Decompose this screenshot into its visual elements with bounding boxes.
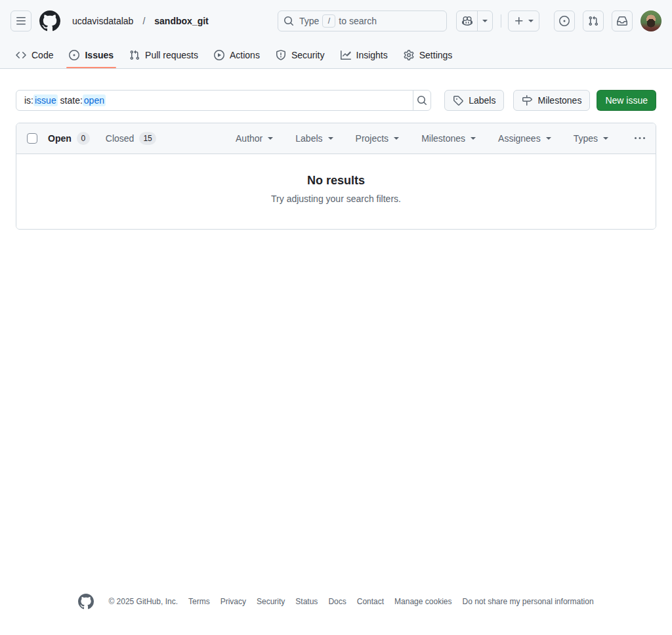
issues-filter-bar: is:issue state:open Labels Milesto <box>16 90 656 111</box>
chevron-down-icon <box>482 20 488 22</box>
chevron-down-icon <box>394 137 399 140</box>
git-pull-request-icon <box>588 16 598 26</box>
tab-label: Security <box>291 50 325 60</box>
slash-key-hint: / <box>322 14 335 28</box>
pull-requests-dashboard-button[interactable] <box>583 10 604 31</box>
header-divider <box>501 14 501 28</box>
issues-search-submit-button[interactable] <box>413 90 431 111</box>
assignees-filter-dropdown[interactable]: Assignees <box>498 133 551 144</box>
inbox-icon <box>617 16 627 26</box>
labels-button[interactable]: Labels <box>444 90 504 111</box>
new-issue-button-label: New issue <box>605 95 648 106</box>
footer-links-row: © 2025 GitHub, Inc. Terms Privacy Securi… <box>0 594 672 609</box>
copilot-icon <box>462 16 472 26</box>
breadcrumb: ucdavisdatalab / sandbox_git <box>68 13 213 29</box>
code-icon <box>16 50 26 60</box>
issue-opened-icon <box>69 50 79 60</box>
author-filter-dropdown[interactable]: Author <box>236 133 273 144</box>
tag-icon <box>453 95 463 106</box>
types-filter-dropdown[interactable]: Types <box>574 133 608 144</box>
github-footer-logo[interactable] <box>78 594 94 609</box>
footer-link-do-not-share[interactable]: Do not share my personal information <box>462 597 593 606</box>
labels-button-label: Labels <box>469 95 495 106</box>
tab-label: Code <box>32 50 53 60</box>
header-icons <box>554 10 662 31</box>
select-all-checkbox[interactable] <box>27 133 37 144</box>
chevron-down-icon <box>328 137 333 140</box>
milestones-button-label: Milestones <box>537 95 581 106</box>
footer-link-terms[interactable]: Terms <box>188 597 210 606</box>
chevron-down-icon <box>603 137 608 140</box>
open-label: Open <box>48 133 72 144</box>
footer-link-manage-cookies[interactable]: Manage cookies <box>394 597 452 606</box>
footer-link-security[interactable]: Security <box>257 597 285 606</box>
list-filter-dropdowns: Author Labels Projects Milestones Assign… <box>236 133 645 144</box>
search-icon <box>284 16 294 26</box>
chevron-down-icon <box>528 20 534 22</box>
issue-opened-icon <box>559 16 570 26</box>
page-footer: © 2025 GitHub, Inc. Terms Privacy Securi… <box>0 594 672 635</box>
labels-filter-dropdown[interactable]: Labels <box>295 133 333 144</box>
chevron-down-icon <box>268 137 273 140</box>
tab-security[interactable]: Security <box>270 42 330 68</box>
copilot-split-button <box>456 10 493 31</box>
play-icon <box>214 50 224 60</box>
tab-code[interactable]: Code <box>10 42 58 68</box>
global-search-input[interactable]: Type / to search <box>278 10 447 31</box>
open-issues-filter[interactable]: Open 0 <box>48 132 90 145</box>
breadcrumb-separator: / <box>142 16 145 26</box>
chevron-down-icon <box>471 137 476 140</box>
plus-icon <box>514 16 524 26</box>
open-count-badge: 0 <box>77 132 90 145</box>
copilot-dropdown-button[interactable] <box>478 11 492 31</box>
github-logo[interactable] <box>39 10 60 31</box>
projects-filter-dropdown[interactable]: Projects <box>356 133 400 144</box>
three-bars-icon <box>16 16 26 26</box>
closed-issues-filter[interactable]: Closed 15 <box>106 132 156 145</box>
milestones-button[interactable]: Milestones <box>513 90 590 111</box>
tab-settings[interactable]: Settings <box>398 42 458 68</box>
kebab-horizontal-icon <box>635 133 645 144</box>
search-placeholder: Type / to search <box>299 14 377 28</box>
closed-count-badge: 15 <box>139 132 156 145</box>
user-avatar[interactable] <box>640 10 662 31</box>
tab-issues[interactable]: Issues <box>64 42 119 68</box>
issues-dashboard-button[interactable] <box>554 10 575 31</box>
breadcrumb-repo[interactable]: sandbox_git <box>150 13 212 29</box>
search-icon <box>417 95 427 106</box>
gear-icon <box>404 50 414 60</box>
query-token-highlighted: issue <box>33 94 58 106</box>
repo-tab-nav: Code Issues Pull requests Actions Securi… <box>0 42 672 69</box>
tab-label: Pull requests <box>145 50 198 60</box>
milestone-icon <box>522 95 532 106</box>
footer-link-privacy[interactable]: Privacy <box>220 597 246 606</box>
empty-state: No results Try adjusting your search fil… <box>16 154 656 229</box>
inbox-button[interactable] <box>612 10 633 31</box>
hamburger-menu-button[interactable] <box>10 10 32 31</box>
git-pull-request-icon <box>129 50 140 60</box>
more-options-button[interactable] <box>635 133 645 144</box>
graph-icon <box>341 50 351 60</box>
create-new-button[interactable] <box>508 10 539 31</box>
footer-link-contact[interactable]: Contact <box>357 597 384 606</box>
footer-link-status[interactable]: Status <box>295 597 318 606</box>
query-group: is:issue state:open <box>16 90 431 111</box>
tab-label: Settings <box>419 50 453 60</box>
footer-copyright: © 2025 GitHub, Inc. <box>108 597 178 606</box>
new-issue-button[interactable]: New issue <box>597 90 656 111</box>
issues-search-input[interactable]: is:issue state:open <box>16 90 413 111</box>
copilot-button[interactable] <box>457 11 478 31</box>
closed-label: Closed <box>106 133 135 144</box>
main-content: is:issue state:open Labels Milesto <box>0 69 672 230</box>
tab-insights[interactable]: Insights <box>335 42 393 68</box>
query-token-highlighted: open <box>83 94 106 106</box>
footer-link-docs[interactable]: Docs <box>328 597 346 606</box>
tab-label: Insights <box>356 50 388 60</box>
milestones-filter-dropdown[interactable]: Milestones <box>421 133 476 144</box>
tab-pull-requests[interactable]: Pull requests <box>124 42 203 68</box>
tab-label: Issues <box>85 50 114 60</box>
breadcrumb-org[interactable]: ucdavisdatalab <box>68 13 137 29</box>
issues-list-header: Open 0 Closed 15 Author Labels Projects <box>16 123 656 154</box>
tab-label: Actions <box>230 50 260 60</box>
tab-actions[interactable]: Actions <box>209 42 265 68</box>
